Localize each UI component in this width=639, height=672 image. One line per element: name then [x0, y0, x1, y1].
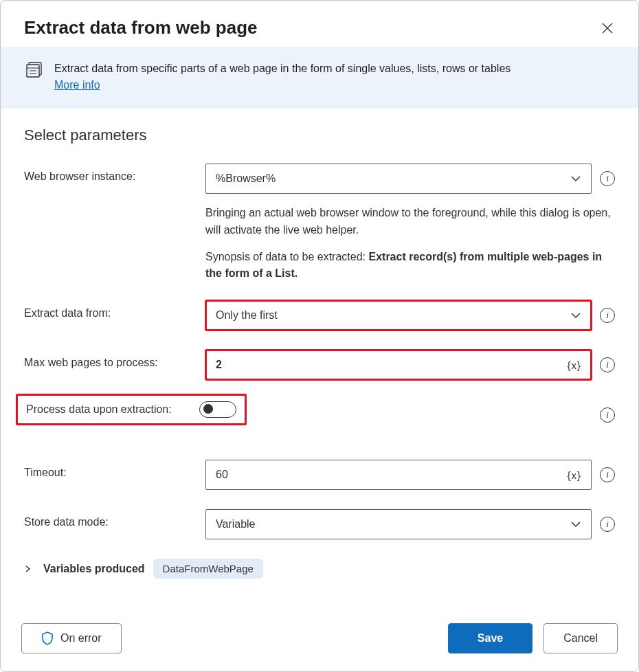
expand-chevron-icon[interactable]: [24, 565, 32, 573]
on-error-button[interactable]: On error: [21, 623, 122, 653]
variables-produced-label: Variables produced: [43, 563, 145, 575]
row-timeout: Timeout: 60 {x} i: [24, 460, 615, 490]
variable-token-icon[interactable]: {x}: [567, 359, 581, 371]
chevron-down-icon: [570, 173, 581, 184]
store-mode-select[interactable]: Variable: [205, 509, 592, 539]
dialog-body: Select parameters Web browser instance: …: [1, 109, 638, 609]
on-error-label: On error: [60, 632, 102, 645]
timeout-input[interactable]: 60 {x}: [205, 460, 592, 490]
dialog-title: Extract data from web page: [24, 17, 258, 38]
max-pages-input[interactable]: 2 {x}: [205, 350, 592, 380]
info-icon[interactable]: i: [600, 467, 615, 482]
browser-helper-text: Bringing an actual web browser window to…: [205, 205, 615, 282]
row-extract-from: Extract data from: Only the first i: [24, 300, 615, 331]
variables-produced-row: Variables produced DataFromWebPage: [24, 559, 615, 579]
browser-instance-select[interactable]: %Browser%: [205, 164, 592, 194]
max-pages-label: Max web pages to process:: [24, 350, 193, 369]
dialog-footer: On error Save Cancel: [1, 609, 638, 671]
row-max-pages: Max web pages to process: 2 {x} i: [24, 350, 615, 380]
process-data-highlight: Process data upon extraction:: [16, 394, 247, 425]
more-info-link[interactable]: More info: [54, 79, 100, 91]
browser-instance-label: Web browser instance:: [24, 164, 193, 183]
dialog: Extract data from web page Extract data …: [0, 0, 639, 672]
store-mode-value: Variable: [216, 518, 256, 530]
row-browser-instance: Web browser instance: %Browser% i: [24, 164, 615, 194]
dialog-header: Extract data from web page: [1, 1, 638, 47]
row-store-mode: Store data mode: Variable i: [24, 509, 615, 539]
extract-from-label: Extract data from:: [24, 300, 193, 320]
save-label: Save: [478, 632, 503, 645]
cancel-label: Cancel: [563, 632, 598, 645]
extract-icon: [25, 60, 43, 78]
banner-description: Extract data from specific parts of a we…: [54, 63, 511, 74]
row-process-data: Process data upon extraction: i: [24, 399, 615, 440]
max-pages-value: 2: [216, 359, 567, 371]
variable-chip[interactable]: DataFromWebPage: [153, 559, 263, 579]
info-icon[interactable]: i: [600, 357, 615, 372]
shield-icon: [41, 631, 54, 645]
extract-from-select[interactable]: Only the first: [205, 300, 592, 331]
variable-token-icon[interactable]: {x}: [567, 469, 581, 481]
store-mode-label: Store data mode:: [24, 509, 193, 528]
extract-from-value: Only the first: [216, 309, 278, 322]
chevron-down-icon: [570, 519, 581, 530]
info-icon[interactable]: i: [600, 171, 615, 186]
section-title: Select parameters: [24, 126, 615, 144]
info-banner: Extract data from specific parts of a we…: [1, 47, 638, 109]
info-icon[interactable]: i: [600, 407, 615, 423]
browser-instance-value: %Browser%: [216, 172, 276, 185]
info-icon[interactable]: i: [600, 308, 615, 323]
toggle-knob: [203, 404, 213, 414]
synopsis-prefix: Synopsis of data to be extracted:: [205, 251, 368, 262]
helper-line2: Synopsis of data to be extracted: Extrac…: [205, 249, 615, 283]
save-button[interactable]: Save: [448, 623, 532, 653]
process-data-label: Process data upon extraction:: [26, 403, 187, 416]
cancel-button[interactable]: Cancel: [543, 623, 618, 653]
info-icon[interactable]: i: [600, 517, 615, 532]
footer-right: Save Cancel: [448, 623, 618, 653]
chevron-down-icon: [570, 310, 581, 321]
process-data-toggle[interactable]: [199, 401, 236, 418]
close-button[interactable]: [597, 18, 618, 38]
timeout-label: Timeout:: [24, 460, 193, 479]
close-icon: [601, 22, 614, 34]
banner-text: Extract data from specific parts of a we…: [54, 60, 511, 93]
helper-line1: Bringing an actual web browser window to…: [205, 205, 615, 239]
timeout-value: 60: [216, 469, 567, 481]
